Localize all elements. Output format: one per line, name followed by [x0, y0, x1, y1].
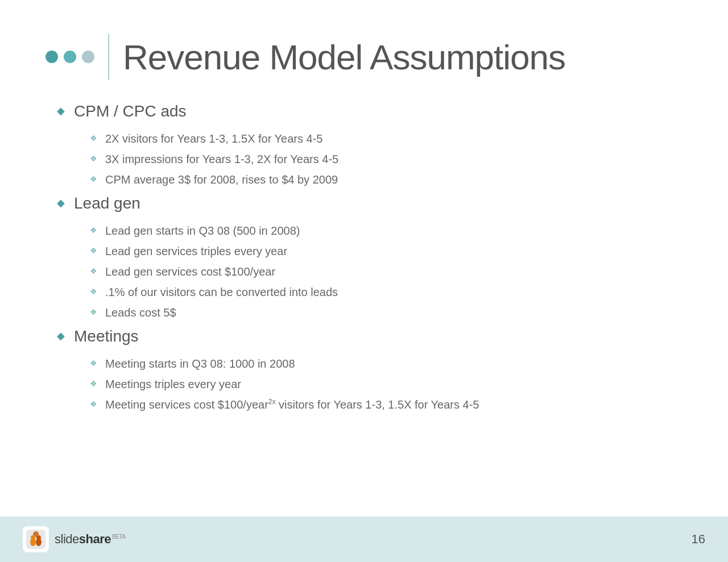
- sub-bullets-leadgen: ❖ Lead gen starts in Q3 08 (500 in 2008)…: [90, 223, 682, 320]
- logo-text: slideshareBETA: [55, 532, 125, 547]
- page-number: 16: [692, 532, 705, 547]
- sub-bullet-text-lg-2: Lead gen services triples every year: [105, 243, 287, 259]
- logo-text-part1: slide: [55, 532, 79, 546]
- title-divider: [108, 34, 109, 80]
- sub-bullet-cpm-2: ❖ 3X impressions for Years 1-3, 2X for Y…: [90, 151, 682, 167]
- sub-bullet-icon-lg-3: ❖: [90, 267, 97, 276]
- sub-bullet-text-cpm-2: 3X impressions for Years 1-3, 2X for Yea…: [105, 151, 338, 167]
- sub-bullet-icon-cpm-3: ❖: [90, 174, 97, 184]
- main-bullet-leadgen: ◆ Lead gen: [57, 194, 682, 213]
- sub-bullet-leadgen-5: ❖ Leads cost 5$: [90, 305, 682, 320]
- sub-bullet-leadgen-1: ❖ Lead gen starts in Q3 08 (500 in 2008): [90, 223, 682, 239]
- main-bullet-text-meetings: Meetings: [74, 327, 139, 345]
- sub-bullet-text-m-3: Meeting services cost $100/year2x visito…: [105, 397, 479, 413]
- logo-text-part2: share: [79, 532, 111, 546]
- sub-bullet-text-m-1: Meeting starts in Q3 08: 1000 in 2008: [105, 356, 295, 372]
- sub-bullet-text-lg-3: Lead gen services cost $100/year: [105, 264, 275, 280]
- title-row: Revenue Model Assumptions: [46, 34, 682, 80]
- sub-bullet-icon-lg-5: ❖: [90, 307, 97, 317]
- main-bullet-meetings: ◆ Meetings: [57, 327, 682, 345]
- sub-bullet-icon-cpm-2: ❖: [90, 154, 97, 163]
- sub-bullet-leadgen-4: ❖ .1% of our visitors can be converted i…: [90, 284, 682, 300]
- sub-bullets-cpm: ❖ 2X visitors for Years 1-3, 1.5X for Ye…: [90, 131, 682, 188]
- sub-bullet-leadgen-3: ❖ Lead gen services cost $100/year: [90, 264, 682, 280]
- sub-bullet-icon-m-3: ❖: [90, 399, 97, 409]
- sub-bullet-text-lg-1: Lead gen starts in Q3 08 (500 in 2008): [105, 223, 300, 239]
- slideshare-logo-icon: [25, 528, 47, 550]
- sub-bullet-meetings-3: ❖ Meeting services cost $100/year2x visi…: [90, 397, 682, 413]
- sub-bullet-text-m-2: Meetings triples every year: [105, 376, 241, 392]
- sub-bullet-icon-cpm-1: ❖: [90, 134, 97, 143]
- content-area: ◆ CPM / CPC ads ❖ 2X visitors for Years …: [46, 102, 682, 505]
- logo-area: slideshareBETA: [23, 526, 125, 552]
- sub-bullet-cpm-1: ❖ 2X visitors for Years 1-3, 1.5X for Ye…: [90, 131, 682, 147]
- sub-bullet-meetings-2: ❖ Meetings triples every year: [90, 376, 682, 392]
- dots-container: [46, 51, 94, 63]
- sub-bullet-cpm-3: ❖ CPM average 3$ for 2008, rises to $4 b…: [90, 172, 682, 188]
- sub-bullets-meetings: ❖ Meeting starts in Q3 08: 1000 in 2008 …: [90, 356, 682, 413]
- sub-bullet-leadgen-2: ❖ Lead gen services triples every year: [90, 243, 682, 259]
- slide-main: Revenue Model Assumptions ◆ CPM / CPC ad…: [0, 0, 728, 517]
- logo-icon-wrapper: [23, 526, 49, 552]
- footer: slideshareBETA 16: [0, 517, 728, 562]
- slide-container: Revenue Model Assumptions ◆ CPM / CPC ad…: [0, 0, 728, 562]
- sub-bullet-icon-lg-4: ❖: [90, 287, 97, 296]
- dot-1: [46, 51, 58, 63]
- svg-point-4: [31, 535, 35, 540]
- sub-bullet-text-cpm-1: 2X visitors for Years 1-3, 1.5X for Year…: [105, 131, 322, 147]
- sub-bullet-icon-m-2: ❖: [90, 379, 97, 388]
- dot-3: [82, 51, 94, 63]
- sub-bullet-text-lg-4: .1% of our visitors can be converted int…: [105, 284, 338, 300]
- main-bullet-text-leadgen: Lead gen: [74, 194, 140, 213]
- main-bullet-cpm: ◆ CPM / CPC ads: [57, 102, 682, 120]
- diamond-icon-cpm: ◆: [57, 105, 65, 117]
- slide-title: Revenue Model Assumptions: [123, 37, 565, 77]
- sub-bullet-meetings-1: ❖ Meeting starts in Q3 08: 1000 in 2008: [90, 356, 682, 372]
- main-bullet-text-cpm: CPM / CPC ads: [74, 102, 187, 120]
- diamond-icon-meetings: ◆: [57, 330, 65, 342]
- sub-bullet-icon-m-1: ❖: [90, 359, 97, 368]
- sub-bullet-text-cpm-3: CPM average 3$ for 2008, rises to $4 by …: [105, 172, 338, 188]
- svg-point-5: [36, 535, 41, 540]
- sub-bullet-icon-lg-1: ❖: [90, 226, 97, 235]
- sub-bullet-text-lg-5: Leads cost 5$: [105, 305, 176, 320]
- diamond-icon-leadgen: ◆: [57, 197, 65, 209]
- logo-beta: BETA: [112, 534, 125, 540]
- sub-bullet-icon-lg-2: ❖: [90, 246, 97, 255]
- dot-2: [64, 51, 76, 63]
